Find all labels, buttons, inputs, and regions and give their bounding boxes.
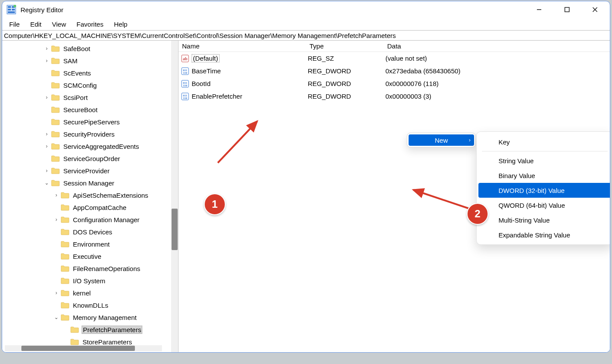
chevron-right-icon[interactable]: › xyxy=(43,131,50,137)
value-type: REG_SZ xyxy=(306,55,384,62)
tree-item[interactable]: DOS Devices xyxy=(2,226,178,238)
dword-value-icon: 011110 xyxy=(181,67,189,75)
chevron-right-icon[interactable]: › xyxy=(53,290,60,296)
tree-item[interactable]: ›Configuration Manager xyxy=(2,213,178,226)
tree-item[interactable]: ›SAM xyxy=(2,55,178,67)
folder-icon xyxy=(70,326,79,333)
value-row[interactable]: 011110BaseTimeREG_DWORD0x273edaba (65843… xyxy=(179,65,610,77)
menu-separator xyxy=(482,151,608,151)
value-type: REG_DWORD xyxy=(306,93,384,100)
folder-icon xyxy=(51,118,60,125)
column-type[interactable]: Type xyxy=(306,42,384,50)
tree-label: ApiSetSchemaExtensions xyxy=(72,191,149,199)
menu-item-key[interactable]: Key xyxy=(478,134,610,149)
minimize-button[interactable] xyxy=(525,2,553,17)
tree-label: kernel xyxy=(72,289,92,297)
tree-hscrollbar[interactable] xyxy=(5,345,162,351)
tree-item[interactable]: ›SecurityProviders xyxy=(2,128,178,140)
folder-icon xyxy=(51,167,60,174)
tree-item[interactable]: SecurePipeServers xyxy=(2,116,178,128)
dword-value-icon: 011110 xyxy=(181,93,189,100)
tree-item[interactable]: SCMConfig xyxy=(2,79,178,91)
titlebar: Registry Editor xyxy=(2,1,610,18)
chevron-right-icon[interactable]: › xyxy=(43,168,50,174)
chevron-right-icon[interactable]: › xyxy=(43,94,50,100)
menu-help[interactable]: Help xyxy=(110,20,132,29)
folder-icon xyxy=(51,45,60,52)
tree-item[interactable]: KnownDLLs xyxy=(2,299,178,311)
tree-item[interactable]: ScEvents xyxy=(2,67,178,79)
svg-text:110: 110 xyxy=(183,84,187,87)
value-row[interactable]: 011110EnablePrefetcherREG_DWORD0x0000000… xyxy=(179,90,610,103)
menu-item-string-value[interactable]: String Value xyxy=(478,153,610,168)
menu-item-binary-value[interactable]: Binary Value xyxy=(478,168,610,183)
folder-icon xyxy=(51,94,60,101)
menu-favorites[interactable]: Favorites xyxy=(72,20,108,29)
svg-line-22 xyxy=(218,121,257,163)
tree-item[interactable]: ⌄Session Manager xyxy=(2,177,178,189)
tree-label: I/O System xyxy=(72,277,106,285)
tree-label: ServiceAggregatedEvents xyxy=(62,142,140,151)
menu-item-qword-value[interactable]: QWORD (64-bit) Value xyxy=(478,198,610,213)
folder-icon xyxy=(51,179,60,186)
svg-text:110: 110 xyxy=(183,71,187,74)
chevron-down-icon[interactable]: ⌄ xyxy=(53,314,60,320)
close-button[interactable] xyxy=(581,2,609,17)
tree-item[interactable]: I/O System xyxy=(2,275,178,287)
tree-item[interactable]: ⌄Memory Management xyxy=(2,311,178,323)
maximize-button[interactable] xyxy=(553,2,581,17)
svg-rect-4 xyxy=(12,9,15,10)
chevron-right-icon[interactable]: › xyxy=(43,45,50,52)
tree-item[interactable]: ›ScsiPort xyxy=(2,91,178,103)
menu-file[interactable]: File xyxy=(5,20,24,29)
menu-item-dword-value[interactable]: DWORD (32-bit) Value xyxy=(478,183,610,198)
menu-view[interactable]: View xyxy=(48,20,70,29)
tree-label: Executive xyxy=(72,252,102,261)
value-row[interactable]: ab(Default)REG_SZ(value not set) xyxy=(179,52,610,65)
chevron-right-icon[interactable]: › xyxy=(43,58,50,64)
tree-item[interactable]: ›SafeBoot xyxy=(2,42,178,55)
registry-editor-window: Registry Editor File Edit View Favorites… xyxy=(2,1,610,353)
tree-label: KnownDLLs xyxy=(72,301,109,309)
folder-icon xyxy=(61,302,69,309)
value-data: 0x273edaba (658430650) xyxy=(384,67,610,75)
folder-icon xyxy=(61,228,69,235)
column-name[interactable]: Name xyxy=(179,42,306,50)
value-row[interactable]: 011110BootIdREG_DWORD0x00000076 (118) xyxy=(179,77,610,90)
menu-edit[interactable]: Edit xyxy=(26,20,46,29)
menu-item-new-label: New xyxy=(435,137,448,144)
menu-item-expandstring-value[interactable]: Expandable String Value xyxy=(478,227,610,242)
folder-icon xyxy=(61,216,69,223)
tree-vscrollbar[interactable] xyxy=(171,41,178,352)
tree-item[interactable]: PrefetchParameters xyxy=(2,323,178,336)
svg-rect-5 xyxy=(8,11,15,13)
annotation-badge-2: 2 xyxy=(467,203,488,225)
address-bar[interactable]: Computer\HKEY_LOCAL_MACHINE\SYSTEM\Curre… xyxy=(2,30,610,41)
column-data[interactable]: Data xyxy=(384,42,610,50)
tree-item[interactable]: ServiceGroupOrder xyxy=(2,152,178,165)
chevron-right-icon[interactable]: › xyxy=(53,192,60,198)
value-name: (Default) xyxy=(192,54,220,62)
menu-item-new[interactable]: New › xyxy=(409,134,474,146)
folder-icon xyxy=(51,143,60,150)
tree-item[interactable]: ›ServiceAggregatedEvents xyxy=(2,140,178,152)
tree-item[interactable]: AppCompatCache xyxy=(2,201,178,213)
tree-label: ServiceProvider xyxy=(62,167,110,175)
tree-item[interactable]: SecureBoot xyxy=(2,103,178,116)
chevron-right-icon[interactable]: › xyxy=(43,143,50,149)
folder-icon xyxy=(61,204,69,211)
window-title: Registry Editor xyxy=(21,6,63,14)
tree-item[interactable]: Executive xyxy=(2,250,178,262)
svg-line-23 xyxy=(413,190,474,210)
tree-item[interactable]: ›ApiSetSchemaExtensions xyxy=(2,189,178,201)
tree-item[interactable]: ›ServiceProvider xyxy=(2,165,178,177)
tree-item[interactable]: Environment xyxy=(2,238,178,250)
tree-label: Session Manager xyxy=(62,179,115,187)
tree-label: ScEvents xyxy=(62,69,92,77)
chevron-right-icon[interactable]: › xyxy=(53,216,60,223)
tree-item[interactable]: FileRenameOperations xyxy=(2,262,178,275)
menu-item-multistring-value[interactable]: Multi-String Value xyxy=(478,213,610,227)
svg-rect-8 xyxy=(565,7,569,12)
chevron-down-icon[interactable]: ⌄ xyxy=(43,180,50,186)
tree-item[interactable]: ›kernel xyxy=(2,287,178,299)
